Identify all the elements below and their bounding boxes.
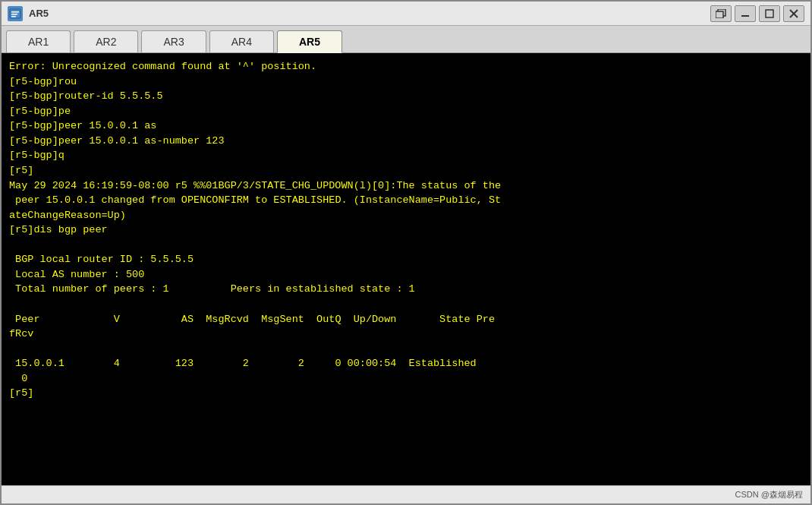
svg-rect-5 xyxy=(716,11,723,18)
svg-rect-3 xyxy=(11,16,16,17)
window-title: AR5 xyxy=(29,8,710,19)
close-button[interactable] xyxy=(783,5,804,22)
status-bar: CSDN @森烟易程 xyxy=(2,485,810,503)
svg-rect-1 xyxy=(11,11,19,13)
app-icon xyxy=(8,6,23,21)
tab-bar: AR1 AR2 AR3 AR4 AR5 xyxy=(2,26,810,53)
minimize-button[interactable] xyxy=(735,5,756,22)
tab-ar3[interactable]: AR3 xyxy=(141,30,206,52)
tab-ar5[interactable]: AR5 xyxy=(277,30,342,53)
status-text: CSDN @森烟易程 xyxy=(735,489,803,500)
window-controls xyxy=(710,5,804,22)
title-bar: AR5 xyxy=(2,2,810,26)
tab-ar4[interactable]: AR4 xyxy=(209,30,274,52)
svg-rect-2 xyxy=(11,14,17,15)
maximize-button[interactable] xyxy=(759,5,780,22)
restore-button[interactable] xyxy=(710,5,732,22)
main-window: AR5 xyxy=(0,0,812,505)
svg-rect-7 xyxy=(766,10,773,17)
tab-ar2[interactable]: AR2 xyxy=(74,30,138,52)
terminal-area[interactable]: Error: Unrecognized command found at '^'… xyxy=(2,53,810,485)
tab-ar1[interactable]: AR1 xyxy=(6,30,71,52)
terminal-output: Error: Unrecognized command found at '^'… xyxy=(9,59,803,401)
